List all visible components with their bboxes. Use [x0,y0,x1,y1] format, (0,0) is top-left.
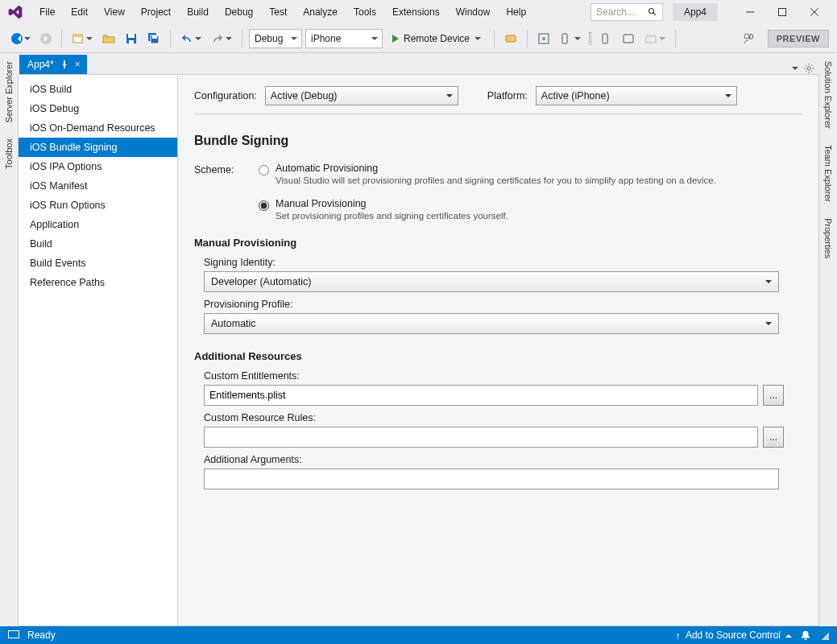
save-all-button[interactable] [144,30,164,47]
sidebar-item-ios-bundle-signing[interactable]: iOS Bundle Signing [19,138,177,157]
redo-button[interactable] [208,30,235,47]
menu-view[interactable]: View [97,3,132,21]
radio-manual-provisioning[interactable]: Manual Provisioning Set provisioning pro… [259,198,716,221]
radio-manual-input[interactable] [259,200,269,211]
close-button[interactable] [798,2,831,22]
add-source-control-button[interactable]: ↑ Add to Source Control [675,630,792,642]
undo-button[interactable] [177,30,205,47]
tab-overflow-icon[interactable] [792,67,798,73]
sidebar-item-ios-build[interactable]: iOS Build [19,80,177,99]
maximize-button[interactable] [766,2,798,22]
tab-app4[interactable]: App4* × [19,55,87,74]
resize-grip-icon[interactable] [819,630,829,640]
sidebar-item-build-events[interactable]: Build Events [19,254,177,273]
sidebar-item-ios-run[interactable]: iOS Run Options [19,196,177,215]
solution-platform-combo[interactable]: iPhone [305,29,383,48]
dock-team-explorer[interactable]: Team Explorer [822,142,835,205]
dock-solution-explorer[interactable]: Solution Explorer [822,58,835,132]
additional-arguments-label: Additional Arguments: [204,454,802,465]
tab-close-icon[interactable]: × [75,59,81,70]
menu-analyze[interactable]: Analyze [296,3,345,21]
menu-extensions[interactable]: Extensions [385,3,447,21]
pin-icon[interactable] [60,60,68,68]
sidebar-item-ios-debug[interactable]: iOS Debug [19,99,177,118]
workspace: Server Explorer Toolbox App4* × iOS Buil… [0,53,837,626]
custom-entitlements-label: Custom Entitlements: [204,370,802,382]
dock-toolbox[interactable]: Toolbox [2,135,15,172]
radio-automatic-input[interactable] [259,165,269,175]
platform-label: Platform: [487,90,528,101]
dock-properties[interactable]: Properties [822,215,835,262]
menu-build[interactable]: Build [180,3,216,21]
toolbar-divider-icon [589,32,591,45]
notifications-icon[interactable] [800,630,811,641]
vs-logo-icon [6,3,24,21]
sidebar-item-application[interactable]: Application [19,215,177,234]
feedback-button[interactable] [739,29,760,48]
show-ios-button[interactable] [557,30,584,47]
tab-settings-icon[interactable] [803,63,814,74]
scheme-label: Scheme: [194,163,236,221]
menu-project[interactable]: Project [134,3,178,21]
menu-debug[interactable]: Debug [218,3,260,21]
menu-tools[interactable]: Tools [346,3,383,21]
nav-forward-button[interactable] [37,31,55,47]
configuration-label: Configuration: [194,90,257,101]
new-project-button[interactable] [68,30,96,47]
additional-arguments-input[interactable] [204,469,779,489]
menu-edit[interactable]: Edit [64,3,95,21]
layout-tablet-button[interactable] [619,30,638,47]
solution-config-combo[interactable]: Debug [249,29,302,48]
provisioning-profile-combo[interactable]: Automatic [204,313,779,334]
dock-server-explorer[interactable]: Server Explorer [2,58,15,126]
search-placeholder: Search... [596,6,635,18]
status-output-icon [8,630,19,640]
nav-back-button[interactable] [8,31,34,47]
svg-rect-10 [129,40,134,43]
menu-test[interactable]: Test [262,3,294,21]
custom-entitlements-browse-button[interactable]: ... [763,385,784,406]
sidebar-item-ios-ipa[interactable]: iOS IPA Options [19,157,177,176]
status-bar: Ready ↑ Add to Source Control [0,626,837,644]
layout-phone-button[interactable] [596,30,615,47]
menu-file[interactable]: File [32,3,62,21]
title-bar: File Edit View Project Build Debug Test … [0,0,837,24]
open-button[interactable] [99,30,118,47]
configuration-combo[interactable]: Active (Debug) [265,86,458,105]
archive-button[interactable] [641,30,669,47]
save-button[interactable] [122,30,141,47]
status-ready: Ready [27,630,56,641]
sidebar-item-ios-ondemand[interactable]: iOS On-Demand Resources [19,118,177,138]
run-target-label: Remote Device [404,33,470,44]
main-menu: File Edit View Project Build Debug Test … [32,3,533,21]
left-dock: Server Explorer Toolbox [0,53,18,626]
quick-search[interactable]: Search... [590,3,663,21]
svg-rect-17 [562,34,567,43]
minimize-button[interactable] [734,2,766,22]
menu-window[interactable]: Window [449,3,498,21]
sidebar-item-reference-paths[interactable]: Reference Paths [19,273,177,292]
svg-rect-18 [603,34,607,43]
custom-resource-rules-input[interactable] [204,427,758,448]
right-dock: Solution Explorer Team Explorer Properti… [819,53,837,626]
pair-mac-button[interactable] [501,30,520,47]
solution-name[interactable]: App4 [673,3,718,21]
properties-sidebar: iOS Build iOS Debug iOS On-Demand Resour… [19,75,178,625]
sidebar-item-ios-manifest[interactable]: iOS Manifest [19,176,177,196]
signing-identity-combo[interactable]: Developer (Automatic) [204,271,779,292]
preview-button[interactable]: PREVIEW [768,30,829,47]
svg-point-0 [648,9,653,14]
radio-automatic-provisioning[interactable]: Automatic Provisioning Visual Studio wil… [259,163,716,185]
platform-combo[interactable]: Active (iPhone) [536,86,737,105]
sidebar-item-build[interactable]: Build [19,234,177,254]
custom-resource-rules-browse-button[interactable]: ... [763,427,784,448]
provisioning-profile-label: Provisioning Profile: [204,299,802,310]
custom-entitlements-input[interactable] [204,385,758,406]
device-log-button[interactable] [534,30,553,47]
svg-rect-13 [152,35,157,39]
start-debug-button[interactable]: Remote Device [386,29,487,48]
menu-help[interactable]: Help [499,3,533,21]
svg-rect-9 [128,34,135,38]
additional-resources-heading: Additional Resources [194,350,802,362]
svg-rect-7 [73,35,82,37]
